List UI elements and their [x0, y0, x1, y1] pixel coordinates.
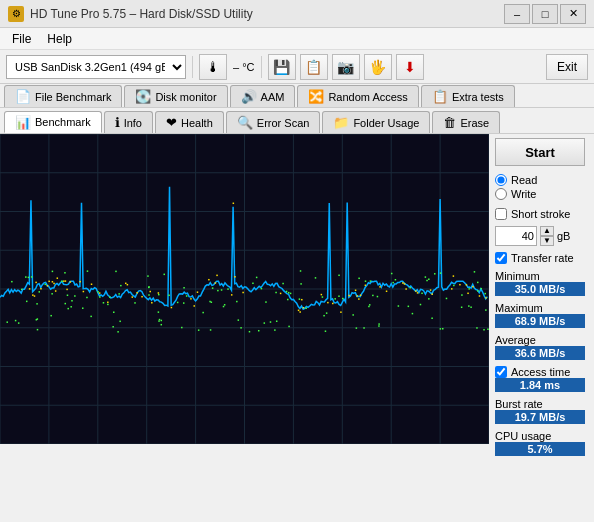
right-panel: Start Read Write Short stroke ▲ ▼ gB — [489, 134, 594, 522]
erase-icon: 🗑 — [443, 115, 456, 130]
file-benchmark-icon: 📄 — [15, 89, 31, 104]
burst-rate-value: 19.7 MB/s — [495, 410, 585, 424]
tab-erase[interactable]: 🗑 Erase — [432, 111, 500, 133]
maximum-stat: Maximum 68.9 MB/s — [495, 302, 588, 328]
minimum-value: 35.0 MB/s — [495, 282, 585, 296]
separator2 — [261, 56, 262, 78]
burst-rate-stat: Burst rate 19.7 MB/s — [495, 398, 588, 424]
separator — [192, 56, 193, 78]
menubar: File Help — [0, 28, 594, 50]
toolbar-btn5[interactable]: ⬇ — [396, 54, 424, 80]
toolbar-btn3[interactable]: 📷 — [332, 54, 360, 80]
app-icon: ⚙ — [8, 6, 24, 22]
tab-error-scan[interactable]: 🔍 Error Scan — [226, 111, 321, 133]
titlebar-left: ⚙ HD Tune Pro 5.75 – Hard Disk/SSD Utili… — [8, 6, 253, 22]
maximize-button[interactable]: □ — [532, 4, 558, 24]
short-stroke-checkbox[interactable] — [495, 208, 507, 220]
read-radio-label[interactable]: Read — [495, 174, 588, 186]
tab-extra-tests-label: Extra tests — [452, 91, 504, 103]
toolbar-btn1[interactable]: 💾 — [268, 54, 296, 80]
tabs-row1: 📄 File Benchmark 💽 Disk monitor 🔊 AAM 🔀 … — [0, 84, 594, 108]
tab-error-scan-label: Error Scan — [257, 117, 310, 129]
access-time-stat: Access time 1.84 ms — [495, 366, 588, 392]
temp-value: – °C — [233, 61, 255, 73]
disk-monitor-icon: 💽 — [135, 89, 151, 104]
minimum-stat: Minimum 35.0 MB/s — [495, 270, 588, 296]
minimum-label: Minimum — [495, 270, 588, 282]
temp-button[interactable]: 🌡 — [199, 54, 227, 80]
write-radio-label[interactable]: Write — [495, 188, 588, 200]
health-icon: ❤ — [166, 115, 177, 130]
cpu-usage-stat: CPU usage 5.7% — [495, 430, 588, 456]
tab-random-access-label: Random Access — [328, 91, 407, 103]
access-time-checkbox[interactable] — [495, 366, 507, 378]
start-button[interactable]: Start — [495, 138, 585, 166]
tab-file-benchmark[interactable]: 📄 File Benchmark — [4, 85, 122, 107]
tab-random-access[interactable]: 🔀 Random Access — [297, 85, 418, 107]
extra-tests-icon: 📋 — [432, 89, 448, 104]
aam-icon: 🔊 — [241, 89, 257, 104]
window-controls[interactable]: – □ ✕ — [504, 4, 586, 24]
tab-benchmark-label: Benchmark — [35, 116, 91, 128]
write-label: Write — [511, 188, 536, 200]
access-time-value: 1.84 ms — [495, 378, 585, 392]
benchmark-chart — [0, 134, 489, 444]
spin-buttons: ▲ ▼ — [540, 226, 554, 246]
transfer-rate-checkbox[interactable] — [495, 252, 507, 264]
spin-down[interactable]: ▼ — [540, 236, 554, 246]
gb-unit: gB — [557, 230, 570, 242]
tab-disk-monitor[interactable]: 💽 Disk monitor — [124, 85, 227, 107]
maximum-label: Maximum — [495, 302, 588, 314]
benchmark-icon: 📊 — [15, 115, 31, 130]
tab-folder-usage-label: Folder Usage — [353, 117, 419, 129]
tab-benchmark[interactable]: 📊 Benchmark — [4, 111, 102, 133]
transfer-rate-text: Transfer rate — [511, 252, 574, 264]
short-stroke-text: Short stroke — [511, 208, 570, 220]
tab-folder-usage[interactable]: 📁 Folder Usage — [322, 111, 430, 133]
gb-spinbox-row: ▲ ▼ gB — [495, 226, 588, 246]
tab-health-label: Health — [181, 117, 213, 129]
close-button[interactable]: ✕ — [560, 4, 586, 24]
access-time-text: Access time — [511, 366, 570, 378]
cpu-usage-label: CPU usage — [495, 430, 588, 442]
average-label: Average — [495, 334, 588, 346]
tab-erase-label: Erase — [460, 117, 489, 129]
short-stroke-label[interactable]: Short stroke — [495, 208, 588, 220]
info-icon: ℹ — [115, 115, 120, 130]
burst-rate-label: Burst rate — [495, 398, 588, 410]
write-radio[interactable] — [495, 188, 507, 200]
gb-spinbox[interactable] — [495, 226, 537, 246]
tab-extra-tests[interactable]: 📋 Extra tests — [421, 85, 515, 107]
drive-select[interactable]: USB SanDisk 3.2Gen1 (494 gB) — [6, 55, 186, 79]
average-stat: Average 36.6 MB/s — [495, 334, 588, 360]
minimize-button[interactable]: – — [504, 4, 530, 24]
chart-container: MB/s ms 0 49 98 148 197 247 296 345 395 … — [0, 134, 489, 522]
toolbar-btn4[interactable]: 🖐 — [364, 54, 392, 80]
error-scan-icon: 🔍 — [237, 115, 253, 130]
tab-disk-monitor-label: Disk monitor — [155, 91, 216, 103]
tab-aam-label: AAM — [261, 91, 285, 103]
cpu-usage-value: 5.7% — [495, 442, 585, 456]
tab-file-benchmark-label: File Benchmark — [35, 91, 111, 103]
menu-help[interactable]: Help — [39, 30, 80, 48]
tab-aam[interactable]: 🔊 AAM — [230, 85, 296, 107]
average-value: 36.6 MB/s — [495, 346, 585, 360]
transfer-rate-label[interactable]: Transfer rate — [495, 252, 588, 264]
tab-info[interactable]: ℹ Info — [104, 111, 153, 133]
menu-file[interactable]: File — [4, 30, 39, 48]
read-write-group: Read Write — [495, 174, 588, 200]
spin-up[interactable]: ▲ — [540, 226, 554, 236]
toolbar-btn2[interactable]: 📋 — [300, 54, 328, 80]
main-content: MB/s ms 0 49 98 148 197 247 296 345 395 … — [0, 134, 594, 522]
exit-button[interactable]: Exit — [546, 54, 588, 80]
access-time-checkbox-label[interactable]: Access time — [495, 366, 588, 378]
folder-usage-icon: 📁 — [333, 115, 349, 130]
tab-info-label: Info — [124, 117, 142, 129]
toolbar: USB SanDisk 3.2Gen1 (494 gB) 🌡 – °C 💾 📋 … — [0, 50, 594, 84]
app-title: HD Tune Pro 5.75 – Hard Disk/SSD Utility — [30, 7, 253, 21]
tabs-row2: 📊 Benchmark ℹ Info ❤ Health 🔍 Error Scan… — [0, 108, 594, 134]
titlebar: ⚙ HD Tune Pro 5.75 – Hard Disk/SSD Utili… — [0, 0, 594, 28]
random-access-icon: 🔀 — [308, 89, 324, 104]
read-radio[interactable] — [495, 174, 507, 186]
tab-health[interactable]: ❤ Health — [155, 111, 224, 133]
